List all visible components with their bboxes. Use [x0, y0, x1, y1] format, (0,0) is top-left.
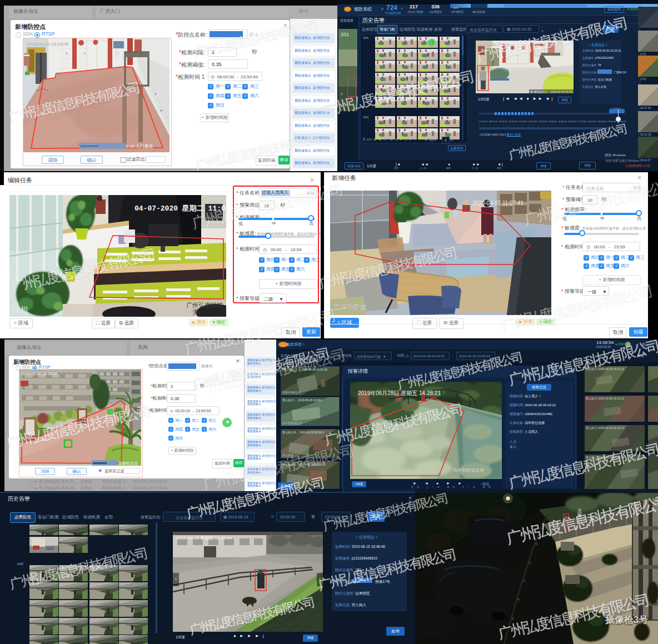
svg-text:2019-03-30 16:26:54: 2019-03-30 16:26:54: [21, 372, 57, 376]
svg-text:高中部围墙监控: 高中部围墙监控: [453, 468, 484, 473]
svg-text:球机: 球机: [12, 305, 29, 314]
svg-text:▪▪▪▪▪▪▪▪▪▪▪▪▪: ▪▪▪▪▪▪▪▪▪▪▪▪▪: [81, 144, 99, 148]
svg-text:氟-梅花监控点 - 2019-03-30 16:25: 氟-梅花监控点 - 2019-03-30 16:25: [530, 90, 572, 93]
svg-text:2019-03-30 16:29:06: 2019-03-30 16:29:06: [27, 42, 69, 47]
svg-text:摄像机拉远: 摄像机拉远: [118, 461, 138, 466]
svg-text:海康球机: 海康球机: [193, 308, 220, 316]
svg-text:2019-08-15 星期四 16:46:44: 2019-08-15 星期四 16:46:44: [176, 536, 232, 541]
svg-text:2020-04-07 11:07:41: 2020-04-07 11:07:41: [472, 200, 524, 206]
svg-text:2-3F入门通道: 2-3F入门通道: [126, 143, 153, 149]
svg-text:广州弘度科技: 广州弘度科技: [186, 302, 223, 308]
svg-text:■■■■■■■: ■■■■■■■: [93, 461, 107, 465]
svg-text:二楼活动室: 二楼活动室: [333, 303, 367, 311]
